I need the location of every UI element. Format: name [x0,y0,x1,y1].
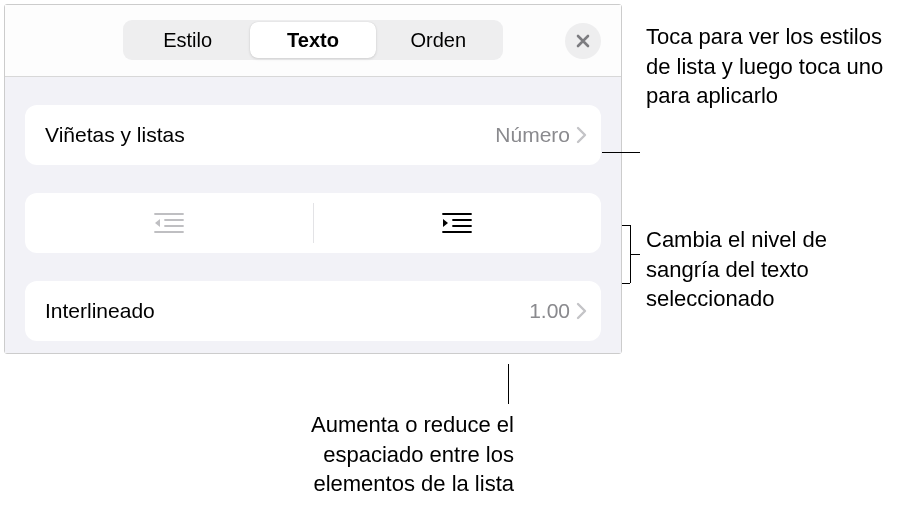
annotation-bullets: Toca para ver los estilos de lista y lue… [646,22,886,111]
callout-line [622,225,630,226]
panel-content: Viñetas y listas Número [5,77,621,353]
line-spacing-label: Interlineado [45,299,529,323]
annotation-spacing: Aumenta o reduce el espaciado entre los … [266,410,514,499]
bullets-value: Número [495,123,570,147]
close-icon [575,33,591,49]
callout-line [622,283,630,284]
indent-icon [441,211,473,235]
tab-order[interactable]: Orden [376,22,501,58]
callout-line [630,254,640,255]
tab-text[interactable]: Texto [250,22,375,58]
bullets-lists-row[interactable]: Viñetas y listas Número [25,105,601,165]
line-spacing-value: 1.00 [529,299,570,323]
outdent-icon [153,211,185,235]
outdent-button[interactable] [25,193,313,253]
bullets-label: Viñetas y listas [45,123,495,147]
tab-style[interactable]: Estilo [125,22,250,58]
chevron-right-icon [576,302,587,320]
format-panel: Estilo Texto Orden Viñetas y listas Núme… [4,4,622,354]
indent-row [25,193,601,253]
segmented-control: Estilo Texto Orden [123,20,503,60]
annotation-indent: Cambia el nivel de sangría del texto sel… [646,225,886,314]
panel-header: Estilo Texto Orden [5,5,621,77]
line-spacing-row[interactable]: Interlineado 1.00 [25,281,601,341]
close-button[interactable] [565,23,601,59]
callout-line [602,152,640,153]
chevron-right-icon [576,126,587,144]
indent-button[interactable] [314,193,602,253]
callout-line [508,364,509,404]
